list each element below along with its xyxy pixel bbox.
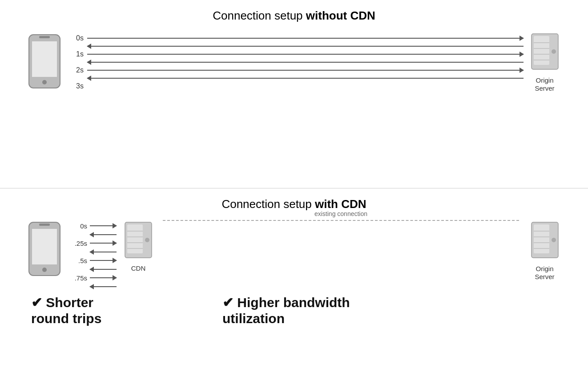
svg-point-28 [552, 238, 556, 242]
svg-point-3 [42, 80, 47, 84]
cdn-line-75s-right [90, 277, 117, 278]
existing-connection-area: existing connection [154, 220, 528, 221]
arrow-2s-right: 2s [67, 66, 524, 74]
arrow-2s-left [67, 78, 524, 79]
svg-rect-16 [127, 224, 143, 253]
cdn-time-25s: .25s [68, 240, 87, 247]
benefit-higher-bandwidth: ✔ Higher bandwidthutilization [205, 295, 570, 327]
top-section: Connection setup without CDN 0s [0, 0, 588, 188]
bottom-title: Connection setup with CDN [222, 197, 366, 211]
existing-connection-label: existing connection [314, 210, 367, 217]
svg-rect-2 [39, 36, 50, 38]
svg-rect-5 [534, 36, 549, 65]
top-title: Connection setup without CDN [213, 9, 375, 23]
cdn-line-0s-right [90, 225, 117, 226]
bottom-section: Connection setup with CDN 0s .25s [0, 188, 588, 376]
svg-rect-23 [534, 224, 549, 253]
cdn-time-75s: .75s [68, 274, 87, 282]
svg-rect-1 [32, 41, 57, 77]
top-diagram: 0s 1s 2s [18, 32, 570, 92]
cdn-line-5s-left [90, 269, 117, 270]
arrow-line-2s-left [87, 78, 524, 79]
time-2s: 2s [67, 66, 84, 74]
svg-rect-13 [39, 224, 50, 226]
dotted-connection-line [163, 220, 519, 221]
svg-point-21 [145, 238, 149, 242]
arrow-0s-right: 0s [67, 34, 524, 42]
cdn-arrow-0s-right: 0s [68, 222, 117, 230]
cdn-time-0s: 0s [68, 222, 87, 230]
cdn-arrow-0s-left [68, 234, 117, 235]
phone-icon-bottom [27, 220, 62, 280]
cdn-time-5s: .5s [68, 257, 87, 264]
top-title-normal: Connection setup [213, 9, 306, 22]
cdn-server: CDN [123, 220, 154, 272]
svg-point-14 [42, 268, 47, 272]
top-timeline: 0s 1s 2s [62, 32, 528, 92]
cdn-arrow-75s-right: .75s [68, 274, 117, 282]
arrow-line-2s-right [87, 70, 524, 71]
arrow-1s-left [67, 62, 524, 63]
cdn-line-5s-right [90, 260, 117, 261]
time-0s: 0s [67, 34, 84, 42]
cdn-line-0s-left [90, 234, 117, 235]
svg-rect-12 [32, 229, 57, 264]
bottom-diagram: 0s .25s .5s [18, 220, 570, 289]
bottom-title-normal: Connection setup [222, 197, 315, 211]
arrow-0s-left [67, 46, 524, 47]
cdn-line-75s-left [90, 286, 117, 287]
top-title-bold: without CDN [306, 9, 375, 22]
time-3s: 3s [67, 82, 84, 90]
arrow-line-1s-left [87, 62, 524, 63]
arrow-line-0s-left [87, 46, 524, 47]
origin-server-bottom-label: OriginServer [535, 265, 554, 281]
svg-point-10 [552, 49, 556, 54]
bottom-title-bold: with CDN [315, 197, 366, 211]
cdn-arrow-5s-left [68, 269, 117, 270]
cdn-arrow-5s-right: .5s [68, 257, 117, 264]
cdn-arrow-25s-right: .25s [68, 240, 117, 247]
cdn-line-25s-right [90, 243, 117, 244]
arrow-1s-right: 1s [67, 50, 524, 58]
origin-server-top: OriginServer [528, 32, 561, 92]
cdn-line-25s-left [90, 252, 117, 252]
cdn-server-label: CDN [131, 264, 146, 272]
origin-server-bottom: OriginServer [528, 220, 561, 281]
cdn-timeline: 0s .25s .5s [64, 220, 121, 289]
origin-server-top-label: OriginServer [535, 76, 554, 92]
phone-icon-top [27, 32, 62, 92]
arrow-line-0s-right [87, 38, 524, 39]
time-1s: 1s [67, 50, 84, 58]
cdn-arrow-75s-left [68, 286, 117, 287]
cdn-arrow-25s-left [68, 252, 117, 252]
time-row-3s: 3s [67, 82, 524, 90]
benefits-row: ✔ Shorterround trips ✔ Higher bandwidthu… [18, 295, 570, 327]
arrow-line-1s-right [87, 54, 524, 55]
benefit-shorter-trips: ✔ Shorterround trips [18, 295, 205, 327]
